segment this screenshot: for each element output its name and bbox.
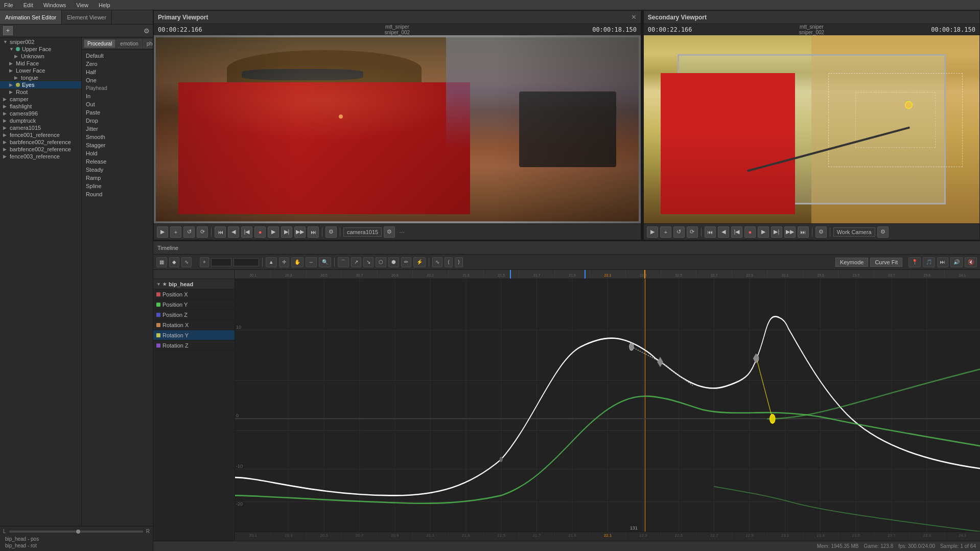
tree-item-mid-face[interactable]: ▶ Mid Face	[0, 60, 81, 67]
record-button[interactable]: ●	[254, 226, 266, 238]
sec-play-forward-button[interactable]: ▶	[758, 226, 769, 238]
tree-item-camera1015[interactable]: ▶ camera1015	[0, 124, 81, 131]
frame-number-input[interactable]: 134	[211, 258, 231, 266]
keymode-button[interactable]: Keymode	[835, 258, 868, 267]
next-frame-button[interactable]: ▶▶	[294, 226, 306, 238]
tree-item-eyes[interactable]: ▶ Eyes	[0, 81, 81, 88]
tree-item-barbfence002[interactable]: ▶ barbfence002_reference	[0, 139, 81, 146]
tl-tan-btn6[interactable]: ✏	[401, 257, 411, 267]
tl-zoom-tool[interactable]: 🔍	[319, 257, 331, 267]
primary-viewport-close[interactable]: ✕	[631, 13, 637, 21]
camera-selector[interactable]: camera1015	[343, 227, 382, 237]
tl-curve-btn3[interactable]: ⟩	[455, 257, 463, 267]
tl-snapping-btn1[interactable]: 📍	[908, 257, 921, 267]
sec-prev-key-button[interactable]: |◀	[731, 226, 742, 238]
preset-drop[interactable]: Drop	[82, 117, 153, 125]
tree-item-barbfence002b[interactable]: ▶ barbfence002_reference	[0, 146, 81, 153]
tree-item-root[interactable]: ▶ Root	[0, 88, 81, 96]
tree-item-upper-face[interactable]: ▼ Upper Face	[0, 45, 81, 53]
tl-tan-btn3[interactable]: ↘	[363, 257, 374, 267]
tl-add-key[interactable]: +	[200, 257, 209, 267]
prev-frame-button[interactable]: ◀	[228, 226, 239, 238]
tl-tan-btn1[interactable]: ⌒	[338, 257, 349, 267]
menu-windows[interactable]: Windows	[41, 2, 68, 8]
tl-pan-tool[interactable]: ✋	[291, 257, 304, 267]
tl-grid-btn[interactable]: ▦	[156, 257, 167, 267]
fast-forward-button[interactable]: ⏭	[308, 226, 319, 238]
track-rotation-x[interactable]: Rotation X	[153, 320, 235, 330]
tab-element-viewer[interactable]: Element Viewer	[62, 10, 112, 24]
tl-tan-btn2[interactable]: ↗	[351, 257, 361, 267]
preset-round[interactable]: Round	[82, 190, 153, 198]
menu-edit[interactable]: Edit	[21, 2, 35, 8]
preset-one[interactable]: One	[82, 76, 153, 84]
sec-add-button[interactable]: +	[660, 226, 671, 238]
preset-paste[interactable]: Paste	[82, 108, 153, 117]
preset-spline[interactable]: Spline	[82, 182, 153, 190]
preset-ramp[interactable]: Ramp	[82, 174, 153, 182]
sec-play-button[interactable]: ▶	[647, 226, 658, 238]
prev-key-button[interactable]: |◀	[241, 226, 252, 238]
tl-curve-btn2[interactable]: ⟨	[445, 257, 453, 267]
sec-ffwd-button[interactable]: ▶▶	[784, 226, 796, 238]
tl-key-btn[interactable]: ◆	[169, 257, 179, 267]
sec-camera-settings-button[interactable]: ⚙	[877, 226, 889, 238]
preset-jitter[interactable]: Jitter	[82, 125, 153, 133]
gear-button[interactable]: ⚙	[144, 27, 150, 35]
tl-end-btn[interactable]: ⏭	[937, 257, 948, 267]
tree-item-sniper002[interactable]: ▼ sniper002	[0, 38, 81, 45]
preset-tab-procedural[interactable]: Procedural	[84, 39, 115, 48]
tl-tan-btn4[interactable]: ⬡	[376, 257, 386, 267]
play-button[interactable]: ▶	[157, 226, 168, 238]
track-position-z[interactable]: Position Z	[153, 310, 235, 320]
sec-loop-button[interactable]: ⟳	[687, 226, 698, 238]
tree-item-flashlight[interactable]: ▶ flashlight	[0, 103, 81, 110]
tl-curve-btn1[interactable]: ∿	[432, 257, 442, 267]
value-input[interactable]: -0.21	[234, 258, 259, 266]
loop-button[interactable]: ⟳	[197, 226, 208, 238]
next-key-button[interactable]: ▶|	[281, 226, 292, 238]
add-button[interactable]: +	[3, 26, 13, 35]
sec-settings-button[interactable]: ⚙	[815, 226, 827, 238]
add-keyframe-button[interactable]: +	[170, 226, 181, 238]
preset-zero[interactable]: Zero	[82, 60, 153, 68]
secondary-viewport-canvas[interactable]	[644, 35, 979, 223]
primary-viewport-canvas[interactable]	[154, 35, 641, 223]
sec-rewind-button[interactable]: ⏮	[705, 226, 716, 238]
tl-tan-btn5[interactable]: ⬢	[388, 257, 399, 267]
tree-item-dumptruck[interactable]: ▶ dumptruck	[0, 117, 81, 124]
settings-button[interactable]: ⚙	[325, 226, 337, 238]
tree-item-fence003[interactable]: ▶ fence003_reference	[0, 153, 81, 160]
tree-item-fence001[interactable]: ▶ fence001_reference	[0, 131, 81, 139]
preset-default[interactable]: Default	[82, 52, 153, 60]
tree-item-camera996[interactable]: ▶ camera996	[0, 110, 81, 117]
slider-track[interactable]	[9, 531, 143, 533]
tree-item-camper[interactable]: ▶ camper	[0, 96, 81, 103]
preset-smooth[interactable]: Smooth	[82, 133, 153, 141]
sec-refresh-button[interactable]: ↺	[673, 226, 685, 238]
sec-prev-frame-button[interactable]: ◀	[718, 226, 729, 238]
tree-item-lower-face[interactable]: ▶ Lower Face	[0, 67, 81, 74]
sec-record-button[interactable]: ●	[744, 226, 756, 238]
preset-half[interactable]: Half	[82, 68, 153, 76]
tl-sound-btn[interactable]: 🔊	[950, 257, 963, 267]
tl-move-tool[interactable]: ✛	[279, 257, 289, 267]
refresh-button[interactable]: ↺	[183, 226, 195, 238]
tree-item-tongue[interactable]: ▶ tongue	[0, 74, 81, 81]
menu-help[interactable]: Help	[97, 2, 112, 8]
tree-item-unknown[interactable]: ▶ Unknown	[0, 53, 81, 60]
preset-steady[interactable]: Steady	[82, 166, 153, 174]
preset-release[interactable]: Release	[82, 157, 153, 166]
tl-tan-btn7[interactable]: ⚡	[413, 257, 426, 267]
rewind-button[interactable]: ⏮	[215, 226, 226, 238]
menu-view[interactable]: View	[74, 2, 90, 8]
more-options[interactable]: ···	[399, 228, 405, 236]
curve-graph[interactable]: 10 0 -10 -20	[235, 279, 980, 532]
menu-file[interactable]: File	[2, 2, 15, 8]
tl-snapping-btn2[interactable]: 🎵	[923, 257, 935, 267]
tl-mute-btn[interactable]: 🔇	[965, 257, 977, 267]
track-position-y[interactable]: Position Y	[153, 300, 235, 310]
preset-in[interactable]: In	[82, 92, 153, 100]
track-position-x[interactable]: Position X	[153, 289, 235, 300]
tl-select-tool[interactable]: ▲	[266, 257, 277, 267]
